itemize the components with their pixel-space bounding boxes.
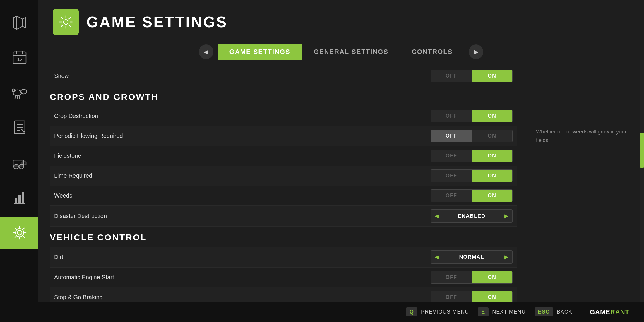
toggle-crop-destruction[interactable]: OFF ON <box>431 110 513 122</box>
toggle-fieldstone[interactable]: OFF ON <box>431 150 513 162</box>
scrollbar-thumb[interactable] <box>640 133 644 168</box>
sidebar-item-contracts[interactable] <box>0 111 38 143</box>
content-area: Snow OFF ON CROPS AND GROWTH Crop Destru… <box>38 60 644 302</box>
toggle-lime-required-on[interactable]: ON <box>472 170 512 182</box>
info-text-weeds: Whether or not weeds will grow in your f… <box>536 69 633 145</box>
toggle-stop-go-on[interactable]: ON <box>472 291 512 302</box>
footer-next-label: NEXT MENU <box>492 309 526 315</box>
svg-point-18 <box>14 164 18 169</box>
tabs-bar: ◀ GAME SETTINGS GENERAL SETTINGS CONTROL… <box>38 41 644 60</box>
setting-label-lime-required: Lime Required <box>54 172 92 179</box>
header-icon-bg <box>53 9 79 35</box>
sidebar-item-settings[interactable] <box>0 217 38 249</box>
page-header: GAME SETTINGS <box>38 0 644 41</box>
sidebar: 15 <box>0 0 38 322</box>
machines-icon <box>11 154 28 171</box>
setting-row-fieldstone: Fieldstone OFF ON <box>50 146 517 166</box>
scrollbar[interactable] <box>640 60 644 302</box>
calendar-icon: 15 <box>11 48 28 66</box>
setting-row-crop-destruction: Crop Destruction OFF ON <box>50 106 517 126</box>
footer-back-label: BACK <box>557 309 572 315</box>
dropdown-disaster-destruction[interactable]: ◀ ENABLED ▶ <box>431 209 513 223</box>
page-title: GAME SETTINGS <box>86 13 227 31</box>
info-panel: Whether or not weeds will grow in your f… <box>529 60 640 302</box>
svg-rect-25 <box>22 192 24 203</box>
dropdown-disaster-next[interactable]: ▶ <box>501 210 512 222</box>
dropdown-dirt-value: NORMAL <box>443 251 501 263</box>
dropdown-dirt-prev[interactable]: ◀ <box>431 251 443 263</box>
setting-row-disaster-destruction: Disaster Destruction ◀ ENABLED ▶ <box>50 206 517 227</box>
toggle-crop-destruction-off[interactable]: OFF <box>431 110 472 122</box>
setting-label-stop-go: Stop & Go Braking <box>54 294 103 301</box>
sidebar-item-calendar[interactable]: 15 <box>0 41 38 73</box>
footer-back: ESC BACK <box>535 307 572 316</box>
settings-icon <box>11 224 28 242</box>
toggle-lime-required[interactable]: OFF ON <box>431 169 513 182</box>
toggle-snow[interactable]: OFF ON <box>431 70 513 82</box>
toggle-snow-on[interactable]: ON <box>472 70 512 82</box>
gamerant-logo: GAMERANT <box>590 308 629 316</box>
sidebar-item-map[interactable] <box>0 6 38 38</box>
footer-next-key[interactable]: E <box>478 307 489 316</box>
toggle-auto-engine-on[interactable]: ON <box>472 271 512 283</box>
animals-icon <box>11 83 28 101</box>
toggle-crop-destruction-on[interactable]: ON <box>472 110 512 122</box>
toggle-fieldstone-on[interactable]: ON <box>472 150 512 162</box>
toggle-auto-engine[interactable]: OFF ON <box>431 271 513 284</box>
toggle-snow-off[interactable]: OFF <box>431 70 472 82</box>
setting-row-weeds: Weeds OFF ON <box>50 186 517 206</box>
toggle-periodic-plowing[interactable]: OFF ON <box>431 130 513 142</box>
footer-prev-menu: Q PREVIOUS MENU <box>406 307 469 316</box>
tab-controls[interactable]: CONTROLS <box>400 44 464 60</box>
toggle-stop-go[interactable]: OFF ON <box>431 291 513 302</box>
tab-general-settings[interactable]: GENERAL SETTINGS <box>302 44 400 60</box>
dropdown-dirt-next[interactable]: ▶ <box>501 251 512 263</box>
toggle-weeds-off[interactable]: OFF <box>431 190 472 202</box>
toggle-fieldstone-off[interactable]: OFF <box>431 150 472 162</box>
toggle-periodic-plowing-on[interactable]: ON <box>472 130 512 142</box>
setting-label-auto-engine: Automatic Engine Start <box>54 274 114 281</box>
dropdown-disaster-value: ENABLED <box>443 210 501 222</box>
tab-game-settings[interactable]: GAME SETTINGS <box>218 44 302 60</box>
header-settings-icon <box>57 13 75 31</box>
dropdown-dirt[interactable]: ◀ NORMAL ▶ <box>431 250 513 264</box>
logo-part1: GAME <box>590 308 610 316</box>
svg-point-26 <box>17 230 22 235</box>
footer-next-menu: E NEXT MENU <box>478 307 526 316</box>
svg-point-28 <box>64 20 68 24</box>
stats-icon <box>11 189 28 206</box>
setting-row-lime-required: Lime Required OFF ON <box>50 166 517 186</box>
tab-prev-arrow[interactable]: ◀ <box>199 44 213 59</box>
sidebar-item-machines[interactable] <box>0 146 38 179</box>
section-title-vehicle: VEHICLE CONTROL <box>50 227 517 247</box>
toggle-periodic-plowing-off[interactable]: OFF <box>431 130 472 142</box>
setting-row-snow: Snow OFF ON <box>50 66 517 86</box>
footer-prev-key[interactable]: Q <box>406 307 417 316</box>
section-title-crops: CROPS AND GROWTH <box>50 86 517 106</box>
svg-rect-23 <box>15 198 17 203</box>
toggle-stop-go-off[interactable]: OFF <box>431 291 472 302</box>
toggle-weeds-on[interactable]: ON <box>472 190 512 202</box>
sidebar-item-stats[interactable] <box>0 181 38 214</box>
svg-line-12 <box>19 95 20 99</box>
svg-point-27 <box>16 229 24 237</box>
sidebar-item-animals[interactable] <box>0 76 38 108</box>
map-icon <box>11 13 28 31</box>
toggle-weeds[interactable]: OFF ON <box>431 189 513 202</box>
tab-next-arrow[interactable]: ▶ <box>469 44 483 59</box>
footer-back-key[interactable]: ESC <box>535 307 553 316</box>
settings-panel: Snow OFF ON CROPS AND GROWTH Crop Destru… <box>38 60 529 302</box>
toggle-lime-required-off[interactable]: OFF <box>431 170 472 182</box>
dropdown-disaster-prev[interactable]: ◀ <box>431 210 443 222</box>
setting-label-crop-destruction: Crop Destruction <box>54 113 98 119</box>
footer-bar: Q PREVIOUS MENU E NEXT MENU ESC BACK GAM… <box>38 302 644 322</box>
setting-row-dirt: Dirt ◀ NORMAL ▶ <box>50 247 517 268</box>
setting-label-periodic-plowing: Periodic Plowing Required <box>54 133 123 139</box>
logo-part2: RANT <box>610 308 629 316</box>
contracts-icon <box>11 119 28 136</box>
main-content: GAME SETTINGS ◀ GAME SETTINGS GENERAL SE… <box>38 0 644 322</box>
svg-point-8 <box>21 89 27 94</box>
toggle-auto-engine-off[interactable]: OFF <box>431 271 472 283</box>
svg-line-10 <box>15 95 16 99</box>
setting-row-stop-go: Stop & Go Braking OFF ON <box>50 287 517 302</box>
